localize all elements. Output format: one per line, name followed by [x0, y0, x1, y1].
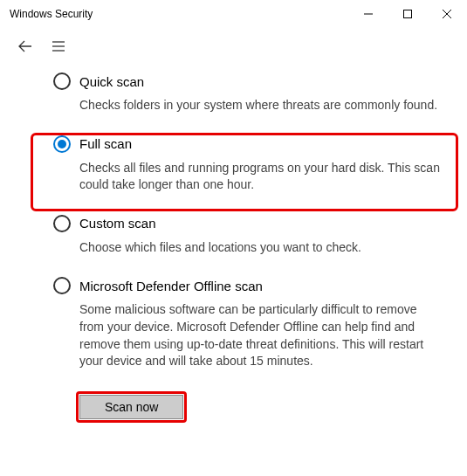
- option-full-scan[interactable]: Full scan Checks all files and running p…: [53, 127, 440, 206]
- scan-now-button[interactable]: Scan now: [79, 395, 183, 419]
- option-description: Choose which files and locations you wan…: [79, 239, 440, 257]
- window-title: Windows Security: [10, 8, 348, 20]
- radio-offline-scan[interactable]: [53, 277, 71, 294]
- option-label: Quick scan: [79, 74, 144, 89]
- radio-custom-scan[interactable]: [53, 215, 71, 232]
- back-icon[interactable]: [17, 38, 34, 55]
- maximize-button[interactable]: [388, 1, 427, 27]
- scan-options: Quick scan Checks folders in your system…: [1, 64, 466, 419]
- titlebar: Windows Security: [1, 1, 466, 27]
- option-label: Microsoft Defender Offline scan: [79, 279, 263, 293]
- option-label: Custom scan: [79, 216, 156, 231]
- option-quick-scan[interactable]: Quick scan Checks folders in your system…: [53, 64, 440, 127]
- option-label: Full scan: [79, 136, 132, 151]
- radio-full-scan[interactable]: [53, 135, 71, 153]
- option-offline-scan[interactable]: Microsoft Defender Offline scan Some mal…: [53, 268, 440, 382]
- window-controls: [348, 1, 466, 27]
- option-description: Some malicious software can be particula…: [79, 301, 440, 369]
- minimize-button[interactable]: [348, 1, 388, 27]
- option-description: Checks all files and running programs on…: [79, 160, 440, 194]
- option-custom-scan[interactable]: Custom scan Choose which files and locat…: [53, 206, 440, 269]
- option-description: Checks folders in your system where thre…: [79, 97, 440, 114]
- menu-icon[interactable]: [50, 38, 67, 55]
- radio-quick-scan[interactable]: [53, 72, 71, 90]
- svg-rect-1: [403, 10, 411, 18]
- close-button[interactable]: [427, 1, 466, 27]
- toolbar: [1, 27, 466, 64]
